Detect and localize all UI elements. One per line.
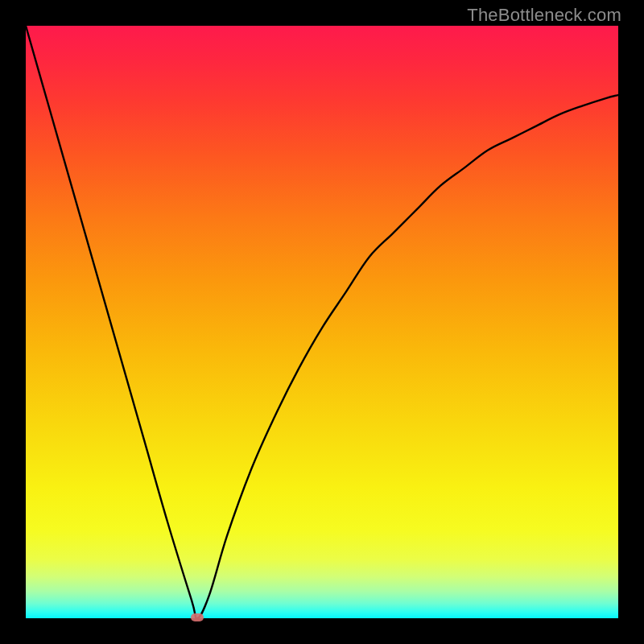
plot-area [26,26,618,618]
chart-frame: TheBottleneck.com [0,0,644,644]
watermark-text: TheBottleneck.com [467,5,621,26]
curve-minimum-marker [191,613,204,621]
bottleneck-curve [26,26,618,618]
